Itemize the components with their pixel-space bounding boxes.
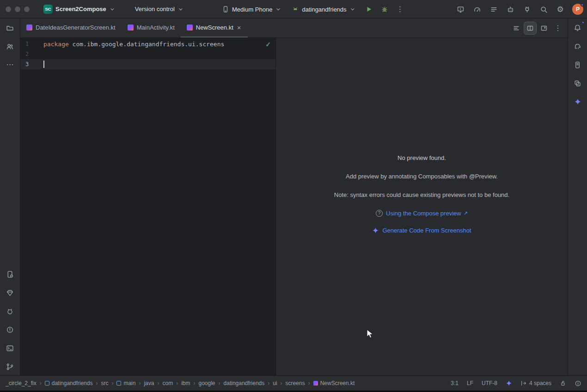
debug-button[interactable] bbox=[378, 3, 391, 16]
titlebar-right-toolbar: ⚙ P bbox=[454, 0, 583, 18]
collaboration-tool-button[interactable] bbox=[4, 40, 17, 53]
breadcrumb-item[interactable]: java bbox=[144, 380, 154, 386]
breadcrumb-item[interactable]: _circle_2_fix bbox=[6, 380, 37, 386]
split-view-button[interactable] bbox=[524, 22, 536, 34]
breadcrumb-label: main bbox=[123, 380, 135, 386]
minimize-button[interactable] bbox=[15, 6, 20, 12]
breadcrumb-separator: › bbox=[268, 380, 269, 386]
breadcrumb-label: src bbox=[101, 380, 108, 386]
code-view-icon bbox=[513, 24, 520, 32]
gradle-tool-button[interactable] bbox=[571, 40, 584, 53]
generate-code-from-screenshot-link[interactable]: Generate Code From Screenshot bbox=[276, 227, 568, 234]
device-manager-button[interactable] bbox=[4, 268, 17, 281]
account-widget[interactable]: P bbox=[572, 4, 583, 15]
caret-position-widget[interactable]: 3:1 bbox=[451, 380, 459, 386]
gemini-status-button[interactable] bbox=[506, 380, 512, 386]
device-selector[interactable]: Medium Phone bbox=[218, 4, 285, 15]
run-configuration-selector[interactable]: datingandfriends bbox=[288, 4, 359, 15]
more-tool-windows-button[interactable]: ⋯ bbox=[4, 58, 17, 71]
terminal-tool-button[interactable] bbox=[4, 342, 17, 355]
running-devices-button[interactable] bbox=[454, 3, 467, 16]
indent-widget[interactable]: 4 spaces bbox=[520, 380, 551, 386]
project-widget[interactable]: SC Screen2Compose bbox=[40, 3, 119, 16]
breadcrumb-separator: › bbox=[139, 380, 141, 386]
breadcrumb-item[interactable]: google bbox=[198, 380, 215, 386]
problems-tool-button[interactable] bbox=[4, 323, 17, 336]
cat-icon bbox=[6, 307, 14, 315]
ai-assistant-button[interactable] bbox=[504, 3, 517, 16]
editor-column: DateIdeasGeneratorScreen.kt MainActivity… bbox=[20, 18, 568, 375]
breadcrumb-item[interactable]: datingandfriends bbox=[45, 380, 93, 386]
android-app-icon bbox=[292, 6, 299, 13]
vcs-widget[interactable]: Version control bbox=[131, 4, 188, 14]
indent-label: 4 spaces bbox=[529, 380, 551, 386]
preview-mode-toggles: ⋮ bbox=[510, 18, 568, 37]
breadcrumb-item[interactable]: ui bbox=[273, 380, 277, 386]
design-view-button[interactable] bbox=[538, 22, 550, 34]
settings-button[interactable]: ⚙ bbox=[554, 3, 567, 16]
gemini-tool-button[interactable] bbox=[571, 95, 584, 108]
breadcrumb-item[interactable]: src bbox=[101, 380, 108, 386]
project-tool-button[interactable] bbox=[4, 21, 17, 34]
breadcrumb-item[interactable]: screens bbox=[286, 380, 305, 386]
editor-more-options-button[interactable]: ⋮ bbox=[552, 22, 564, 34]
search-icon bbox=[540, 6, 548, 13]
breadcrumb-item[interactable]: NewScreen.kt bbox=[313, 380, 355, 386]
kotlin-file-icon bbox=[26, 24, 32, 31]
tab-newscreen[interactable]: NewScreen.kt × bbox=[181, 18, 248, 37]
code-line-3[interactable]: 3 bbox=[20, 59, 275, 69]
compose-preview-docs-link[interactable]: ? Using the Compose preview ↗ bbox=[276, 210, 568, 217]
external-link-icon: ↗ bbox=[464, 210, 468, 216]
inspections-ok-icon[interactable]: ✓ bbox=[265, 41, 271, 48]
breadcrumb-label: com bbox=[162, 380, 173, 386]
device-mirroring-button[interactable] bbox=[520, 3, 533, 16]
breadcrumb-item[interactable]: datingandfriends bbox=[224, 380, 265, 386]
titlebar: SC Screen2Compose Version control Medium… bbox=[0, 0, 587, 18]
code-view-button[interactable] bbox=[510, 22, 522, 34]
encoding-widget[interactable]: UTF-8 bbox=[482, 380, 497, 386]
terminal-icon bbox=[6, 344, 14, 352]
tab-label: DateIdeasGeneratorScreen.kt bbox=[36, 24, 116, 31]
profiler-icon bbox=[473, 6, 481, 13]
breadcrumb-item[interactable]: main bbox=[116, 380, 135, 386]
close-icon[interactable]: × bbox=[237, 24, 242, 31]
logcat-button[interactable] bbox=[487, 3, 500, 16]
line-separator-widget[interactable]: LF bbox=[467, 380, 473, 386]
device-explorer-icon bbox=[574, 61, 581, 69]
readonly-toggle[interactable] bbox=[560, 380, 566, 386]
version-control-tool-button[interactable] bbox=[4, 360, 17, 373]
tab-dateideasgeneratorscreen[interactable]: DateIdeasGeneratorScreen.kt bbox=[20, 18, 122, 37]
code-line-2[interactable]: 2 bbox=[20, 49, 275, 59]
run-button[interactable] bbox=[362, 3, 375, 16]
chevron-down-icon bbox=[109, 6, 116, 12]
profiler-button[interactable] bbox=[471, 3, 483, 16]
breadcrumb-item[interactable]: ibm bbox=[181, 380, 190, 386]
chevron-down-icon bbox=[275, 6, 281, 12]
editor-info-widget[interactable] bbox=[575, 380, 581, 387]
breadcrumb: _circle_2_fix›datingandfriends›src›main›… bbox=[6, 380, 355, 386]
module-icon bbox=[45, 381, 49, 386]
close-button[interactable] bbox=[6, 6, 11, 12]
code-editor[interactable]: 1 package com.ibm.google.datingandfriend… bbox=[20, 38, 275, 375]
link-label: Generate Code From Screenshot bbox=[382, 227, 471, 234]
code-line-1[interactable]: 1 package com.ibm.google.datingandfriend… bbox=[20, 39, 275, 49]
logcat-tool-button[interactable] bbox=[4, 305, 17, 318]
notifications-button[interactable] bbox=[571, 21, 584, 34]
main-area: ⋯ DateIdeasGeneratorScreen.kt bbox=[0, 18, 587, 375]
breadcrumb-label: ui bbox=[273, 380, 277, 386]
kebab-menu-icon: ⋮ bbox=[554, 24, 562, 32]
app-quality-insights-button[interactable] bbox=[4, 286, 17, 299]
info-icon bbox=[575, 380, 581, 387]
line-number: 3 bbox=[20, 61, 32, 67]
editor-split: 1 package com.ibm.google.datingandfriend… bbox=[20, 38, 568, 375]
zoom-button[interactable] bbox=[24, 6, 30, 12]
more-actions-button[interactable]: ⋮ bbox=[394, 3, 407, 16]
search-everywhere-button[interactable] bbox=[537, 3, 550, 16]
build-variants-button[interactable] bbox=[571, 77, 584, 90]
phone-icon bbox=[222, 6, 229, 13]
device-explorer-button[interactable] bbox=[571, 58, 584, 71]
tab-mainactivity[interactable]: MainActivity.kt bbox=[122, 18, 181, 37]
folder-icon bbox=[6, 24, 14, 32]
breadcrumb-item[interactable]: com bbox=[162, 380, 173, 386]
design-view-icon bbox=[540, 24, 548, 32]
